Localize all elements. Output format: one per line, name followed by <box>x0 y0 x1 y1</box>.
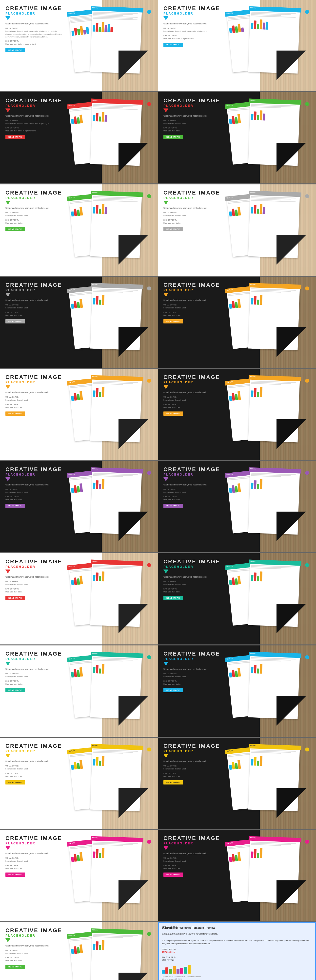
card-4r-content: CREATIVE IMAGE PLACEHOLDER Ut enim ad mi… <box>163 282 228 323</box>
info-icon-r[interactable]: i <box>305 10 309 14</box>
info-9r[interactable]: i <box>305 748 309 751</box>
card-4r-title: CREATIVE IMAGE <box>163 282 228 288</box>
card-1-left: CREATIVE IMAGE PLACEHOLDER Ut enim ad mi… <box>0 0 158 91</box>
card-8l-btn[interactable]: Read More <box>5 688 25 692</box>
card-7r-btn[interactable]: Read More <box>163 596 183 600</box>
card-7l-btn[interactable]: Read More <box>5 596 25 600</box>
row-1: CREATIVE IMAGE PLACEHOLDER Ut enim ad mi… <box>0 0 316 91</box>
card-6r-title: CREATIVE IMAGE <box>163 466 228 473</box>
info-3r[interactable]: i <box>305 194 309 198</box>
card-11l-btn[interactable]: Read More <box>5 965 25 969</box>
card-9l-bookmark <box>5 754 10 758</box>
card-9r-btn[interactable]: Read More <box>163 780 183 784</box>
info-4r[interactable]: i <box>305 286 309 290</box>
card-6l-meta2: Excepteur: <box>5 496 70 498</box>
card-7r-desc2: Duis aute irure dolor. <box>163 590 220 593</box>
card-3l-meta2: Excepteur: <box>5 219 70 221</box>
card-3r-desc: Lorem ipsum dolor sit amet. <box>163 214 220 217</box>
card-4l-desc2: Duis aute irure dolor. <box>5 314 62 317</box>
info-9l[interactable]: i <box>147 748 151 751</box>
triangle-6l <box>118 512 148 541</box>
card-6l-meta1: Ut laboris: <box>5 488 70 490</box>
info-10l[interactable]: i <box>147 840 151 844</box>
info-5l[interactable]: i <box>147 379 151 383</box>
info-6r[interactable]: i <box>305 471 309 475</box>
info-6l[interactable]: i <box>147 471 151 475</box>
card-2-mockup: TEMPLATE RESUME <box>67 96 156 177</box>
card-2r-sub: PLACEHOLDER <box>163 104 228 108</box>
read-more-button-r[interactable]: Read More <box>163 43 183 47</box>
card-2-meta2: Excepteur: <box>5 127 70 129</box>
card-2-meta1: Ut laboris: <box>5 119 70 121</box>
triangle-4l <box>118 327 148 357</box>
card-7l-meta2: Excepteur: <box>5 588 70 590</box>
card-8r-meta1: Ut laboris: <box>163 673 228 675</box>
card-5-right: CREATIVE IMAGE PLACEHOLDER Ut enim ad mi… <box>158 369 316 460</box>
card-11-preview[interactable]: 選取的作品集 / Selected Template Preview 這裡是選取… <box>158 922 316 980</box>
card-5r-title: CREATIVE IMAGE <box>163 374 228 380</box>
card-6l-sub: PLACEHOLDER <box>5 473 70 476</box>
card-4l-btn[interactable]: Read More <box>5 319 25 323</box>
info-icon-2r[interactable]: i <box>305 102 309 106</box>
card-4l-title: CREATIVE IMAGE <box>5 282 70 288</box>
info-10r[interactable]: i <box>305 840 309 844</box>
card-8r-btn[interactable]: Read More <box>163 688 183 692</box>
card-8l-content: CREATIVE IMAGE PLACEHOLDER Ut enim ad mi… <box>5 651 70 692</box>
card-meta-r2: Excepteur: <box>163 35 228 37</box>
row-9: CREATIVE IMAGE PLACEHOLDER Ut enim ad mi… <box>0 738 316 829</box>
card-5l-btn[interactable]: Read More <box>5 412 25 416</box>
card-10r-btn[interactable]: Read More <box>163 872 183 877</box>
card-3l-body: Ut enim ad minim veniam, quis nostrud ex… <box>5 207 60 210</box>
card-9-left: CREATIVE IMAGE PLACEHOLDER Ut enim ad mi… <box>0 738 158 829</box>
card-5r-meta2: Excepteur: <box>163 404 228 405</box>
info-11l[interactable]: i <box>147 932 151 936</box>
card-3l-desc2: Duis aute irure dolor. <box>5 222 62 224</box>
card-4l-meta2: Excepteur: <box>5 311 70 313</box>
card-11l-meta2: Excepteur: <box>5 957 70 959</box>
card-7l-meta1: Ut laboris: <box>5 581 70 582</box>
card-3r-btn[interactable]: Read More <box>163 227 183 231</box>
info-8r[interactable]: i <box>305 655 309 659</box>
card-10l-btn[interactable]: Read More <box>5 872 25 877</box>
info-5r[interactable]: i <box>305 379 309 383</box>
card-5r-meta1: Ut laboris: <box>163 396 228 398</box>
card-3l-btn[interactable]: Read More <box>5 227 25 231</box>
card-2r-btn[interactable]: Read More <box>163 135 183 139</box>
info-4l[interactable]: i <box>147 286 151 290</box>
card-6r-btn[interactable]: Read More <box>163 504 183 508</box>
card-8l-sub: PLACEHOLDER <box>5 657 70 661</box>
card-11l-sub: PLACEHOLDER <box>5 934 70 937</box>
read-more-button[interactable]: Read More <box>5 48 25 52</box>
preview-body-text: 這裡是選取的作品集預覽內容，顯示範本的詳細信息和設計規格。 This templ… <box>162 932 312 945</box>
card-8r-desc: Lorem ipsum dolor sit amet. <box>163 675 220 678</box>
card-2-btn[interactable]: Read More <box>5 135 25 139</box>
card-9r-sub: PLACEHOLDER <box>163 749 228 753</box>
triangle-8l <box>118 696 148 725</box>
card-3r-sub: PLACEHOLDER <box>163 196 228 200</box>
card-3-right: CREATIVE IMAGE PLACEHOLDER Ut enim ad mi… <box>158 185 316 276</box>
info-icon[interactable]: i <box>147 10 151 14</box>
card-7r-content: CREATIVE IMAGE PLACEHOLDER Ut enim ad mi… <box>163 558 228 600</box>
page-wrapper: CREATIVE IMAGE PLACEHOLDER Ut enim ad mi… <box>0 0 316 980</box>
triangle-4r <box>276 327 306 357</box>
card-9r-desc: Lorem ipsum dolor sit amet. <box>163 767 220 770</box>
card-5r-btn[interactable]: Read More <box>163 412 183 416</box>
card-4r-btn[interactable]: Read More <box>163 319 183 323</box>
card-6l-btn[interactable]: Read More <box>5 504 25 508</box>
info-7r[interactable]: i <box>305 563 309 567</box>
info-icon-2[interactable]: i <box>147 102 151 106</box>
card-10l-mockup: TEMPLATE RESUME i <box>67 834 156 915</box>
card-2r-desc2: Duis aute irure dolor. <box>163 129 220 132</box>
info-3l[interactable]: i <box>147 194 151 198</box>
card-6l-desc2: Duis aute irure dolor. <box>5 498 62 501</box>
card-4r-body: Ut enim ad minim veniam, quis nostrud ex… <box>163 299 218 302</box>
card-5l-meta1: Ut laboris: <box>5 396 70 398</box>
card-9l-btn[interactable]: Read More <box>5 780 25 784</box>
mockup-container-r: TEMPLATE <box>225 4 314 85</box>
info-7l[interactable]: i <box>147 563 151 567</box>
card-9l-body: Ut enim ad minim veniam, quis nostrud ex… <box>5 760 60 763</box>
info-8l[interactable]: i <box>147 655 151 659</box>
row-3: CREATIVE IMAGE PLACEHOLDER Ut enim ad mi… <box>0 185 316 276</box>
card-3l-meta1: Ut laboris: <box>5 212 70 213</box>
card-11l-bookmark <box>5 938 10 942</box>
